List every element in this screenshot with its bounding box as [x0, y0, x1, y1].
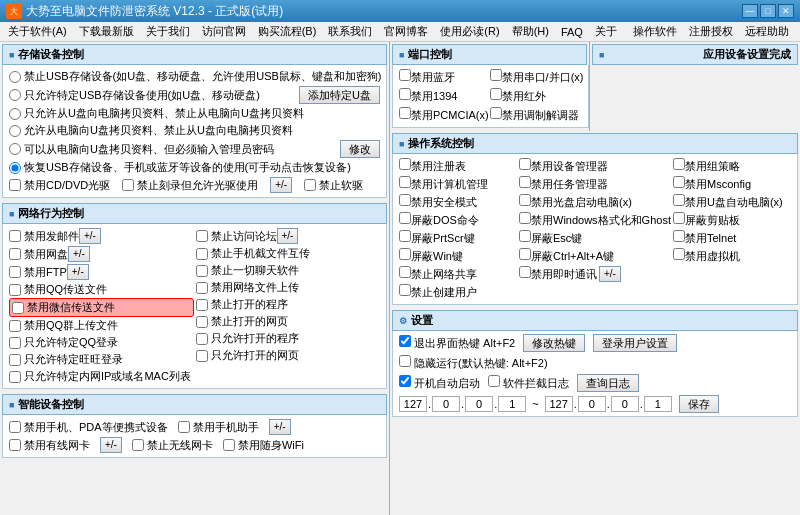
plus-minus-burn[interactable]: +/- [270, 177, 292, 193]
port-infrared-label[interactable]: 禁用红外 [490, 88, 546, 104]
os-prtscr-label[interactable]: 屏蔽PrtScr键 [399, 230, 475, 246]
settings-log-label[interactable]: 软件拦截日志 [488, 375, 569, 391]
storage-radio-2[interactable] [9, 89, 21, 101]
ip2-octet3[interactable] [611, 396, 639, 412]
net-ip-list-label[interactable]: 只允许特定内网IP或域名MAC列表 [9, 369, 191, 384]
settings-log-check[interactable] [488, 375, 500, 387]
os-win-key-check[interactable] [399, 248, 411, 260]
port-bluetooth-check[interactable] [399, 69, 411, 81]
port-1394-label[interactable]: 禁用1394 [399, 88, 457, 104]
net-ftp-pm[interactable]: +/- [67, 264, 89, 280]
os-im-label[interactable]: 禁用即时通讯 [519, 266, 597, 282]
net-qq-login-check[interactable] [9, 337, 21, 349]
menu-help[interactable]: 帮助(H) [506, 22, 555, 41]
storage-checkbox-floppy[interactable] [304, 179, 316, 191]
add-usb-button[interactable]: 添加特定U盘 [299, 86, 380, 104]
settings-hidden-run-check[interactable] [399, 355, 411, 367]
os-usb-boot-label[interactable]: 禁用U盘自动电脑(x) [673, 194, 783, 210]
os-network-share-label[interactable]: 禁止网络共享 [399, 266, 477, 282]
net-qq-upload-check[interactable] [9, 320, 21, 332]
net-mobile-file-label[interactable]: 禁止手机截文件互传 [196, 246, 310, 261]
storage-option-2[interactable]: 只允许特定USB存储设备使用(如U盘、移动硬盘) [9, 88, 260, 103]
net-allow-program-check[interactable] [196, 333, 208, 345]
ip1-octet4[interactable] [498, 396, 526, 412]
menu-faq[interactable]: FAQ [555, 24, 589, 40]
os-im-pm[interactable]: +/- [599, 266, 621, 282]
menu-download[interactable]: 下载最新版 [73, 22, 140, 41]
smart-portable-check[interactable] [9, 421, 21, 433]
menu-about-software[interactable]: 关于软件(A) [2, 22, 73, 41]
os-dos-check[interactable] [399, 212, 411, 224]
os-registry-label[interactable]: 禁用注册表 [399, 158, 466, 174]
net-forum-label[interactable]: 禁止访问论坛 [196, 229, 277, 244]
storage-check-burn[interactable]: 禁止刻录但允许光驱使用 [122, 178, 258, 193]
net-open-page-label[interactable]: 禁止打开的网页 [196, 314, 288, 329]
net-forum-pm[interactable]: +/- [277, 228, 299, 244]
menu-required-reading[interactable]: 使用必读(R) [434, 22, 505, 41]
net-qq-upload-label[interactable]: 禁用QQ群上传文件 [9, 318, 118, 333]
port-modem-label[interactable]: 禁用调制解调器 [490, 107, 579, 123]
smart-wireless-label[interactable]: 禁止无线网卡 [132, 438, 213, 453]
storage-option-4[interactable]: 允许从电脑向U盘拷贝资料、禁止从U盘向电脑拷贝资料 [9, 123, 293, 138]
os-safe-mode-check[interactable] [399, 194, 411, 206]
net-ww-login-label[interactable]: 只允许特定旺旺登录 [9, 352, 123, 367]
os-task-mgr-label[interactable]: 禁用任务管理器 [519, 176, 608, 192]
os-ctrl-alt-a-check[interactable] [519, 248, 531, 260]
net-upload-label[interactable]: 禁用网络文件上传 [196, 280, 299, 295]
net-forum-check[interactable] [196, 230, 208, 242]
port-infrared-check[interactable] [490, 88, 502, 100]
menu-about[interactable]: 关于 [589, 22, 623, 41]
os-group-policy-check[interactable] [673, 158, 685, 170]
smart-phone-pm[interactable]: +/- [269, 419, 291, 435]
os-boot-disk-label[interactable]: 禁用光盘启动电脑(x) [519, 194, 632, 210]
settings-auto-start-check[interactable] [399, 375, 411, 387]
ip2-octet1[interactable] [545, 396, 573, 412]
os-im-check[interactable] [519, 266, 531, 278]
net-open-page-check[interactable] [196, 316, 208, 328]
os-telnet-check[interactable] [673, 230, 685, 242]
net-ip-list-check[interactable] [9, 371, 21, 383]
net-open-program-label[interactable]: 禁止打开的程序 [196, 297, 288, 312]
os-boot-disk-check[interactable] [519, 194, 531, 206]
storage-option-1[interactable]: 禁止USB存储设备(如U盘、移动硬盘、允许使用USB鼠标、键盘和加密狗) [9, 69, 382, 84]
os-device-mgr-label[interactable]: 禁用设备管理器 [519, 158, 608, 174]
os-task-mgr-check[interactable] [519, 176, 531, 188]
storage-check-floppy[interactable]: 禁止软驱 [304, 178, 363, 193]
menu-operate-software[interactable]: 操作软件 [627, 22, 683, 41]
os-msconfig-check[interactable] [673, 176, 685, 188]
net-wechat-check[interactable] [12, 302, 24, 314]
close-button[interactable]: ✕ [778, 4, 794, 18]
os-usb-boot-check[interactable] [673, 194, 685, 206]
port-serial-check[interactable] [490, 69, 502, 81]
ip1-octet3[interactable] [465, 396, 493, 412]
storage-radio-4[interactable] [9, 125, 21, 137]
menu-remote-help[interactable]: 远程助助 [739, 22, 795, 41]
os-msconfig-label[interactable]: 禁用Msconfig [673, 176, 751, 192]
menu-register[interactable]: 注册授权 [683, 22, 739, 41]
ip2-octet2[interactable] [578, 396, 606, 412]
storage-radio-3[interactable] [9, 108, 21, 120]
port-pcmcia-check[interactable] [399, 107, 411, 119]
net-disk-check[interactable] [9, 248, 21, 260]
os-ctrl-alt-a-label[interactable]: 屏蔽Ctrl+Alt+A键 [519, 248, 614, 264]
os-clipboard-label[interactable]: 屏蔽剪贴板 [673, 212, 740, 228]
storage-option-5[interactable]: 可以从电脑向U盘拷贝资料、但必须输入管理员密码 [9, 142, 274, 157]
ip2-octet4[interactable] [644, 396, 672, 412]
os-device-mgr-check[interactable] [519, 158, 531, 170]
smart-wired-pm[interactable]: +/- [100, 437, 122, 453]
smart-wifi-check[interactable] [223, 439, 235, 451]
port-pcmcia-label[interactable]: 禁用PCMCIA(x) [399, 107, 489, 123]
net-ftp-label[interactable]: 禁用FTP [9, 265, 67, 280]
os-clipboard-check[interactable] [673, 212, 685, 224]
port-1394-check[interactable] [399, 88, 411, 100]
net-qq-file-label[interactable]: 禁用QQ传送文件 [9, 282, 107, 297]
os-vm-check[interactable] [673, 248, 685, 260]
net-qq-file-check[interactable] [9, 284, 21, 296]
os-create-user-label[interactable]: 禁止创建用户 [399, 284, 477, 300]
smart-phone-assist-label[interactable]: 禁用手机助手 [178, 420, 259, 435]
ip1-octet1[interactable] [399, 396, 427, 412]
os-registry-check[interactable] [399, 158, 411, 170]
settings-auto-start-label[interactable]: 开机自动启动 [399, 375, 480, 391]
os-computer-mgmt-check[interactable] [399, 176, 411, 188]
menu-contact[interactable]: 联系我们 [322, 22, 378, 41]
